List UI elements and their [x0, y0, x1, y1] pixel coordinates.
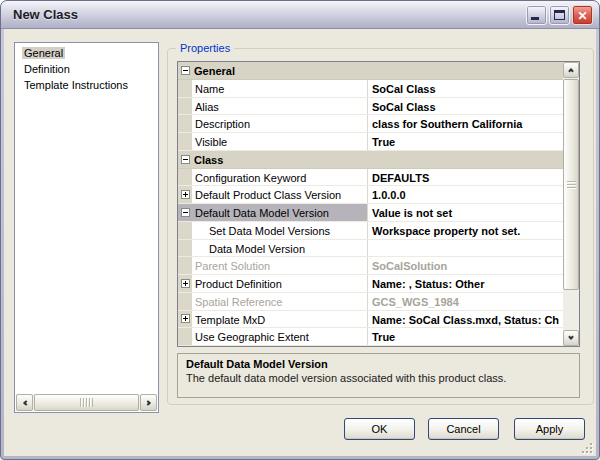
sidebar-item-general[interactable]: General: [17, 45, 156, 61]
property-label[interactable]: Set Data Model Versions: [192, 222, 367, 239]
row-margin: [178, 115, 192, 132]
expand-toggle-icon[interactable]: [181, 190, 190, 199]
property-label[interactable]: Product Definition: [192, 275, 367, 292]
property-row: Data Model Version: [178, 240, 563, 258]
property-value[interactable]: SoCal Class: [367, 98, 563, 115]
property-row: Default Product Class Version 1.0.0.0: [178, 186, 563, 204]
groupbox-label: Properties: [176, 41, 234, 56]
description-panel: Default Data Model Version The default d…: [177, 353, 580, 398]
minimize-button[interactable]: [526, 5, 547, 25]
sidebar-item-template-instructions[interactable]: Template Instructions: [17, 77, 156, 93]
row-margin: [178, 222, 192, 239]
sidebar-item-definition[interactable]: Definition: [17, 61, 156, 77]
expand-toggle-icon[interactable]: [181, 279, 190, 288]
scroll-right-button[interactable]: [140, 394, 157, 411]
row-margin: [178, 133, 192, 150]
scroll-down-button[interactable]: [563, 330, 579, 346]
property-row: Description class for Southern Californi…: [178, 115, 563, 133]
property-value[interactable]: [367, 240, 563, 257]
description-title: Default Data Model Version: [186, 358, 571, 370]
property-row: Product Definition Name: , Status: Other: [178, 275, 563, 293]
minimize-icon: [531, 17, 539, 20]
expand-toggle-icon[interactable]: [181, 208, 190, 217]
row-margin: [178, 80, 192, 97]
thumb-grip-icon: [80, 398, 93, 407]
grid-rows: General Name SoCal Class Alias SoCal Cla…: [178, 62, 563, 346]
property-value[interactable]: DEFAULTS: [367, 169, 563, 186]
property-value[interactable]: SoCalSolution: [367, 257, 563, 274]
property-value[interactable]: class for Southern California: [367, 115, 563, 132]
property-value[interactable]: SoCal Class: [367, 80, 563, 97]
row-margin: [178, 257, 192, 274]
property-value[interactable]: GCS_WGS_1984: [367, 293, 563, 310]
property-row: Visible True: [178, 133, 563, 151]
property-label[interactable]: Class: [192, 151, 367, 168]
scroll-left-button[interactable]: [16, 394, 33, 411]
dialog-client-area: General Definition Template Instructions…: [4, 29, 596, 456]
row-margin: [178, 240, 192, 257]
expand-toggle-icon[interactable]: [181, 155, 190, 164]
expand-toggle-icon[interactable]: [181, 66, 190, 75]
property-label[interactable]: Description: [192, 115, 367, 132]
row-margin: [178, 186, 192, 203]
property-label[interactable]: Template MxD: [192, 311, 367, 328]
vertical-scrollbar[interactable]: [563, 62, 579, 346]
maximize-button[interactable]: [549, 5, 570, 25]
property-label[interactable]: Alias: [192, 98, 367, 115]
property-label[interactable]: Configuration Keyword: [192, 169, 367, 186]
property-row: Parent Solution SoCalSolution: [178, 257, 563, 275]
property-label[interactable]: Spatial Reference: [192, 293, 367, 310]
ok-button[interactable]: OK: [344, 418, 415, 440]
row-margin: [178, 275, 192, 292]
apply-button[interactable]: Apply: [514, 418, 585, 440]
property-label[interactable]: Use Geographic Extent: [192, 328, 367, 345]
chevron-down-icon: [568, 334, 574, 340]
property-value[interactable]: True: [367, 133, 563, 150]
resize-grip[interactable]: [579, 440, 592, 453]
new-class-dialog: New Class ✕ General Definition Template …: [0, 0, 600, 460]
property-row: Configuration Keyword DEFAULTS: [178, 169, 563, 187]
property-label[interactable]: Visible: [192, 133, 367, 150]
property-row: Template MxD Name: SoCal Class.mxd, Stat…: [178, 311, 563, 329]
category-row: General: [178, 62, 563, 80]
close-button[interactable]: ✕: [572, 5, 593, 25]
horizontal-scroll-thumb[interactable]: [34, 394, 139, 411]
expand-toggle-icon[interactable]: [181, 314, 190, 323]
property-label[interactable]: Name: [192, 80, 367, 97]
chevron-left-icon: [23, 400, 29, 406]
sidebar-list: General Definition Template Instructions: [17, 45, 156, 393]
property-label[interactable]: Default Data Model Version: [192, 204, 367, 221]
property-value[interactable]: Name: , Status: Other: [367, 275, 563, 292]
property-row: Set Data Model Versions Workspace proper…: [178, 222, 563, 240]
chevron-up-icon: [568, 68, 574, 74]
row-margin: [178, 311, 192, 328]
property-row: Default Data Model Version Value is not …: [178, 204, 563, 222]
row-margin: [178, 169, 192, 186]
row-margin: [178, 328, 192, 345]
thumb-grip-icon: [567, 181, 576, 189]
property-value[interactable]: [367, 62, 563, 79]
property-value[interactable]: Name: SoCal Class.mxd, Status: Ch: [367, 311, 563, 328]
window-controls: ✕: [526, 5, 593, 25]
row-margin: [178, 293, 192, 310]
maximize-icon: [554, 10, 565, 20]
property-label[interactable]: Default Product Class Version: [192, 186, 367, 203]
close-icon: ✕: [573, 7, 592, 25]
property-label[interactable]: Data Model Version: [192, 240, 367, 257]
property-label[interactable]: Parent Solution: [192, 257, 367, 274]
window-title: New Class: [13, 7, 78, 22]
property-value[interactable]: 1.0.0.0: [367, 186, 563, 203]
property-value[interactable]: Value is not set: [367, 204, 563, 221]
property-grid: General Name SoCal Class Alias SoCal Cla…: [177, 61, 580, 347]
title-bar[interactable]: New Class ✕: [1, 1, 599, 29]
chevron-right-icon: [145, 400, 151, 406]
property-value[interactable]: Workspace property not set.: [367, 222, 563, 239]
property-value[interactable]: [367, 151, 563, 168]
property-label[interactable]: General: [192, 62, 367, 79]
scroll-up-button[interactable]: [563, 62, 579, 78]
vertical-scroll-thumb[interactable]: [563, 79, 579, 290]
property-value[interactable]: True: [367, 328, 563, 345]
horizontal-scrollbar[interactable]: [16, 394, 157, 411]
sidebar-item-label: Definition: [22, 63, 72, 75]
cancel-button[interactable]: Cancel: [428, 418, 499, 440]
